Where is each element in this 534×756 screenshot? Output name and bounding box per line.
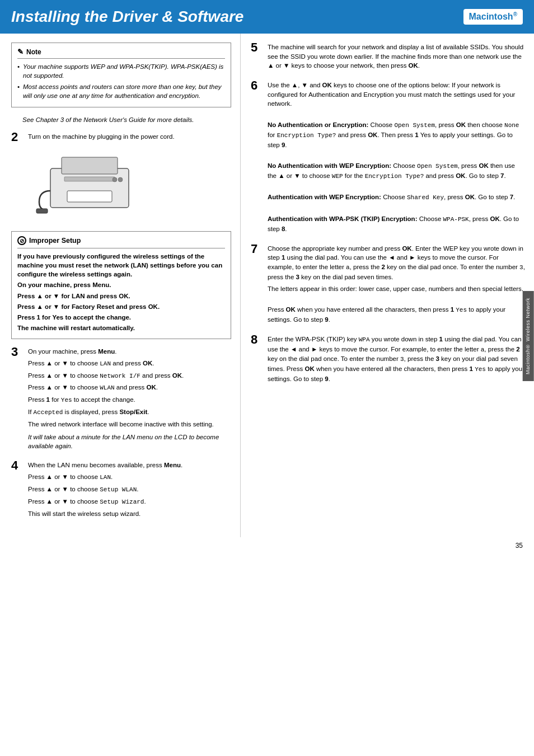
svg-rect-6 — [36, 209, 48, 213]
step-5-number: 5 — [251, 41, 263, 73]
step8-text: Enter the WPA-PSK (TKIP) key WPA you wro… — [268, 335, 525, 384]
step3-p4: Press ▲ or ▼ to choose WLAN and press OK… — [28, 383, 231, 393]
page-number: 35 — [0, 537, 534, 554]
note-item-2: Most access points and routers can store… — [17, 82, 225, 100]
svg-point-5 — [113, 177, 117, 182]
step-8: 8 Enter the WPA-PSK (TKIP) key WPA you w… — [251, 335, 525, 386]
step3-p5: Press 1 for Yes to accept the change. — [28, 395, 231, 405]
step6-sub3-title: Authentication with WEP Encryption: Choo… — [268, 192, 525, 203]
note-title: ✎ Note — [17, 48, 225, 59]
step5-text: The machine will search for your network… — [268, 43, 525, 71]
step6-intro: Use the ▲, ▼ and OK keys to choose one o… — [268, 81, 525, 109]
note-box: ✎ Note Your machine supports WEP and WPA… — [11, 43, 231, 107]
improper-p6: The machine will restart automatically. — [17, 323, 225, 332]
step3-p6: If Accepted is displayed, press Stop/Exi… — [28, 407, 231, 417]
step7-p3: Press OK when you have entered all the c… — [268, 305, 525, 325]
step-8-number: 8 — [251, 334, 263, 386]
step-6-content: Use the ▲, ▼ and OK keys to choose one o… — [268, 81, 525, 236]
improper-p4: Press ▲ or ▼ for Factory Reset and press… — [17, 302, 225, 311]
step4-p5: This will start the wireless setup wizar… — [28, 509, 231, 519]
step-2-number: 2 — [11, 131, 24, 223]
printer-image — [34, 146, 146, 219]
improper-setup-title: ⊘ Improper Setup — [17, 236, 225, 248]
step-2: 2 Turn on the machine by plugging in the… — [11, 132, 231, 223]
step7-p2: The letters appear in this order: lower … — [268, 284, 525, 294]
step-7: 7 Choose the appropriate key number and … — [251, 244, 525, 327]
step-6-number: 6 — [251, 79, 263, 236]
improper-p3: Press ▲ or ▼ for LAN and press OK. — [17, 292, 225, 300]
left-column: ✎ Note Your machine supports WEP and WPA… — [0, 34, 241, 537]
step6-sub2-title: No Authentication with WEP Encryption: C… — [268, 161, 525, 181]
step4-p3: Press ▲ or ▼ to choose Setup WLAN. — [28, 485, 231, 495]
step-4-number: 4 — [11, 459, 24, 520]
step-2-content: Turn on the machine by plugging in the p… — [28, 132, 231, 223]
step6-sub4-title: Authentication with WPA-PSK (TKIP) Encry… — [268, 214, 525, 234]
step4-p4: Press ▲ or ▼ to choose Setup Wizard. — [28, 497, 231, 507]
step-5-content: The machine will search for your network… — [268, 43, 525, 73]
step-6: 6 Use the ▲, ▼ and OK keys to choose one… — [251, 81, 525, 236]
step-7-number: 7 — [251, 243, 263, 327]
page-wrapper: Installing the Driver & Software Macinto… — [0, 0, 534, 554]
see-chapter-text: See Chapter 3 of the Network User's Guid… — [11, 115, 231, 124]
step-3-content: On your machine, press Menu. Press ▲ or … — [28, 347, 231, 453]
side-tab: Macintosh® Wireless Network — [523, 291, 534, 381]
svg-rect-3 — [67, 191, 112, 202]
step-7-content: Choose the appropriate key number and pr… — [268, 244, 525, 327]
svg-rect-2 — [64, 177, 115, 181]
step-4: 4 When the LAN menu becomes available, p… — [11, 461, 231, 520]
note-item-1: Your machine supports WEP and WPA-PSK(TK… — [17, 62, 225, 80]
step7-p1: Choose the appropriate key number and pr… — [268, 244, 525, 282]
step3-p1: On your machine, press Menu. — [28, 347, 231, 356]
step4-p1: When the LAN menu becomes available, pre… — [28, 461, 231, 470]
step3-p7: The wired network interface will become … — [28, 420, 231, 429]
page-title: Installing the Driver & Software — [11, 8, 243, 26]
improper-icon: ⊘ — [17, 236, 26, 245]
step6-sub1-title: No Authentication or Encryption: Choose … — [268, 120, 525, 150]
right-column: 5 The machine will search for your netwo… — [241, 34, 534, 537]
platform-label: Macintosh® — [463, 9, 523, 24]
step-3-number: 3 — [11, 346, 24, 453]
step-3: 3 On your machine, press Menu. Press ▲ o… — [11, 347, 231, 453]
main-content: ✎ Note Your machine supports WEP and WPA… — [0, 34, 534, 537]
improper-p1: If you have previously configured the wi… — [17, 252, 225, 279]
step4-p2: Press ▲ or ▼ to choose LAN. — [28, 472, 231, 482]
note-list: Your machine supports WEP and WPA-PSK(TK… — [17, 62, 225, 100]
svg-point-4 — [118, 177, 123, 182]
page-header: Installing the Driver & Software Macinto… — [0, 0, 534, 34]
svg-rect-1 — [62, 157, 118, 174]
note-icon: ✎ — [17, 48, 24, 56]
step-4-content: When the LAN menu becomes available, pre… — [28, 461, 231, 520]
improper-setup-box: ⊘ Improper Setup If you have previously … — [11, 231, 231, 339]
step3-p3: Press ▲ or ▼ to choose Network I/F and p… — [28, 371, 231, 381]
improper-p2: On your machine, press Menu. — [17, 280, 225, 289]
step3-p2: Press ▲ or ▼ to choose LAN and press OK. — [28, 359, 231, 369]
step-5: 5 The machine will search for your netwo… — [251, 43, 525, 73]
step-8-content: Enter the WPA-PSK (TKIP) key WPA you wro… — [268, 335, 525, 386]
improper-p5: Press 1 for Yes to accept the change. — [17, 313, 225, 322]
step3-italic: It will take about a minute for the LAN … — [28, 433, 231, 450]
